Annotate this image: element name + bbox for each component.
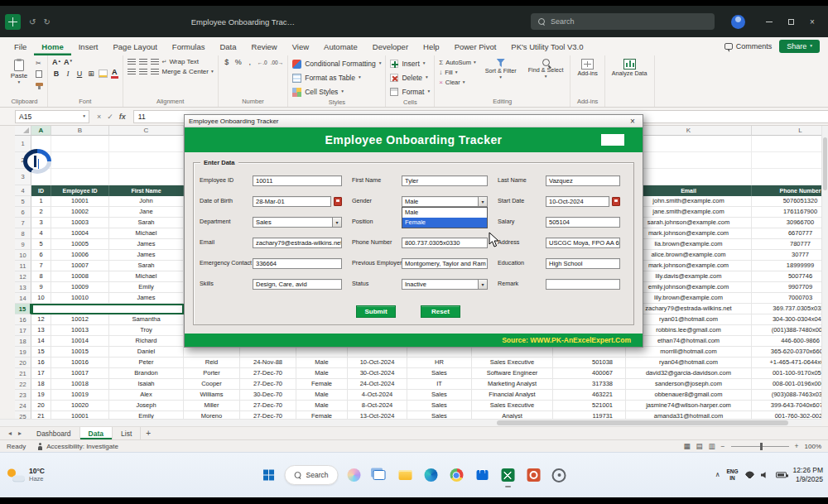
ribbon-tab-help[interactable]: Help [416,37,447,55]
insert-function-icon[interactable]: fx [119,113,126,121]
start-button[interactable] [259,465,279,485]
cell-gender-24[interactable]: Male [296,401,348,411]
bold-button[interactable]: B [52,70,60,78]
cell-email-24[interactable]: jasmine74@wilson-harper.com [626,401,752,411]
sheet-tab-dashboard[interactable]: Dashboard [28,427,80,439]
cell-id-10[interactable]: 6 [31,250,51,261]
cell-email-10[interactable]: alice.brown@example.com [626,250,752,261]
chrome-icon[interactable] [446,465,466,485]
ribbon-tab-insert[interactable]: Insert [71,37,106,55]
sheet-nav-left-icon[interactable]: ◂ [5,427,15,439]
delete-cells-button[interactable]: Delete▾ [390,72,427,84]
decrease-decimal-button[interactable]: .00→ [271,60,284,65]
cell-phone-11[interactable]: 18999999 [752,261,821,271]
cell-id-17[interactable]: 13 [31,325,51,336]
cell-email-21[interactable]: david32@garcia-davidson.com [626,368,752,379]
cell-id-13[interactable]: 9 [31,282,51,293]
cell-last-19[interactable] [184,347,240,358]
sheet-tab-list[interactable]: List [113,427,141,439]
cell-email-22[interactable]: sanderson@joseph.com [626,379,752,390]
row-header-19[interactable]: 19 [15,347,31,358]
cell-id-12[interactable]: 8 [31,271,51,282]
cell-email-9[interactable]: lia.brown@example.com [626,239,752,250]
dob-input[interactable]: 28-Mar-01 [253,196,331,207]
cell-id-11[interactable]: 7 [31,261,51,271]
row-header-1[interactable]: 1 [15,136,31,152]
cell-dob-22[interactable]: 27-Dec-70 [240,379,296,390]
cell-emp-2[interactable] [51,152,109,169]
cell-dob-23[interactable]: 30-Dec-70 [240,390,296,401]
font-color-button[interactable]: A [111,69,118,79]
dialog-close-button[interactable]: × [627,117,638,126]
row-header-14[interactable]: 14 [15,293,31,304]
cell-pos-20[interactable]: Sales Executive [472,358,553,368]
field-department[interactable]: Sales▾ [253,217,342,228]
cell-last-24[interactable]: Miller [184,401,240,411]
cell-first-20[interactable]: Peter [109,358,184,368]
cell-email-12[interactable]: lily.davis@example.com [626,271,752,282]
cell-dob-19[interactable] [240,347,296,358]
cell-start-21[interactable]: 30-Oct-2024 [348,368,407,379]
row-header-24[interactable]: 24 [15,401,31,411]
cell-start-20[interactable]: 10-Oct-2024 [348,358,407,368]
row-header-20[interactable]: 20 [15,358,31,368]
cell-email-7[interactable]: sarah.johnson@example.com [626,218,752,228]
cell-phone-15[interactable]: 369.737.0305x0339 [752,304,821,314]
cell-emp-14[interactable]: 10010 [51,293,109,304]
column-header-K[interactable]: K [626,126,752,136]
cell-phone-9[interactable]: 780777 [752,239,821,250]
submit-button[interactable]: Submit [356,305,396,318]
row-header-8[interactable]: 8 [15,228,31,239]
cell-pos-24[interactable]: Sales Executive [472,401,553,411]
column-header-A[interactable]: A [31,126,51,136]
cell-emp-8[interactable]: 10004 [51,228,109,239]
cell-emp-3[interactable] [51,169,109,185]
align-right-icon[interactable] [151,69,159,75]
cell-phone-8[interactable]: 6670777 [752,228,821,239]
cell-first-10[interactable]: James [109,250,184,261]
cell-first-3[interactable] [109,169,184,185]
cell-start-24[interactable]: 8-Oct-2024 [348,401,407,411]
vertical-scrollbar[interactable] [821,126,828,419]
field-remark[interactable] [546,279,620,290]
cell-last-25[interactable]: Moreno [184,411,240,419]
cell-phone-1[interactable] [752,136,821,152]
ribbon-tab-automate[interactable]: Automate [316,37,365,55]
user-avatar[interactable] [731,15,745,29]
row-header-9[interactable]: 9 [15,239,31,250]
cell-phone-3[interactable] [752,169,821,185]
row-header-13[interactable]: 13 [15,282,31,293]
cell-sal-23[interactable]: 463221 [553,390,626,401]
cell-email-20[interactable]: ryan04@hotmail.com [626,358,752,368]
cell-first-18[interactable]: Richard [109,336,184,347]
field-address[interactable]: USCGC Moya, FPO AA 65680 [546,238,620,248]
cell-emp-6[interactable]: 10002 [51,207,109,218]
cell-phone-19[interactable]: 365-620-0370x66000 [752,347,821,358]
cell-id-22[interactable]: 18 [31,379,51,390]
cell-first-12[interactable]: Michael [109,271,184,282]
cell-emp-19[interactable]: 10015 [51,347,109,358]
cell-phone-25[interactable]: 001-760-302-0023 [752,411,821,419]
calendar-icon[interactable] [334,197,342,206]
field-salary[interactable]: 505104 [546,217,620,228]
align-top-icon[interactable] [128,59,136,65]
cell-id-9[interactable]: 5 [31,239,51,250]
cell-emp-25[interactable]: 10001 [51,411,109,419]
dropdown-arrow-icon[interactable]: ▾ [478,280,487,289]
cell-first-21[interactable]: Brandon [109,368,184,379]
calendar-icon[interactable] [612,197,620,206]
page-layout-view-button[interactable]: ▤ [696,442,703,450]
merge-center-button[interactable]: Merge & Center▾ [162,68,214,75]
align-middle-icon[interactable] [139,59,147,65]
cell-sal-20[interactable]: 501038 [553,358,626,368]
zoom-slider[interactable] [731,446,789,447]
row-header-16[interactable]: 16 [15,314,31,325]
cell-dept-21[interactable]: Sales [407,368,472,379]
cell-sal-24[interactable]: 521001 [553,401,626,411]
field-gender[interactable]: Male▾MaleFemale [402,196,488,207]
zoom-level[interactable]: 100% [805,443,821,450]
row-header-25[interactable]: 25 [15,411,31,419]
ribbon-tab-view[interactable]: View [285,37,316,55]
cell-emp-24[interactable]: 10020 [51,401,109,411]
cell-first-24[interactable]: Joseph [109,401,184,411]
